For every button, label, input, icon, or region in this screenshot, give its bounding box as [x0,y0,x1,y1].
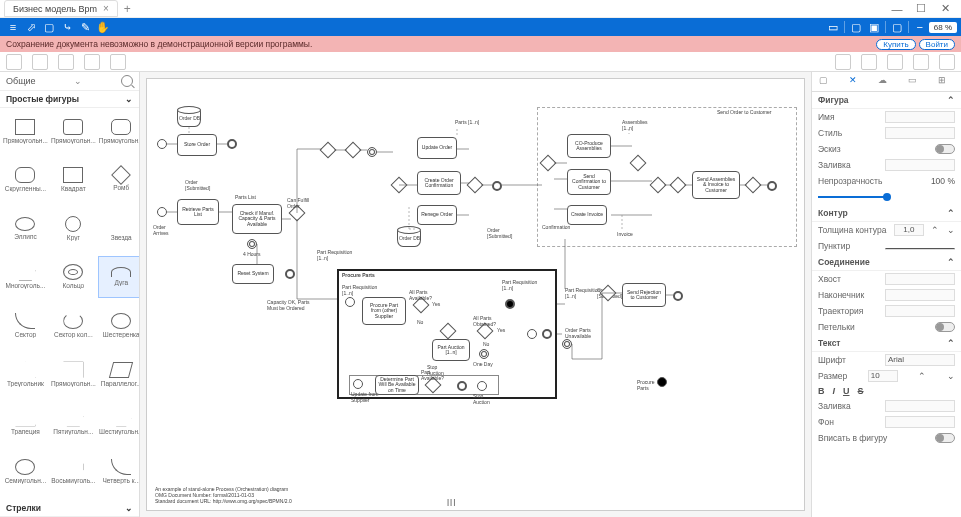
event-rej-end[interactable] [673,291,683,301]
new-tab-button[interactable]: + [124,2,131,16]
line-tool[interactable]: ⤷ [58,19,76,35]
pointer-tool[interactable]: ⬀ [22,19,40,35]
stepper-down-icon[interactable]: ⌄ [947,225,955,235]
chevron-icon[interactable]: ⌃ [947,338,955,348]
event-end-pool[interactable] [767,181,777,191]
event-sub-throw[interactable] [527,329,537,339]
shape-item[interactable]: Сектор кол... [50,305,97,347]
task-update[interactable]: Update Order [417,137,457,159]
chevron-down-icon[interactable]: ⌄ [74,76,82,86]
shape-item[interactable]: Прямоугольн... [98,110,139,152]
tool-comments-icon[interactable] [913,54,929,70]
close-tab-icon[interactable]: × [103,3,109,14]
tool-export-icon[interactable] [939,54,955,70]
event-order-arrives[interactable] [157,207,167,217]
stepper-up-icon[interactable]: ⌃ [918,371,926,381]
tab-shape-icon[interactable]: ▢ [819,75,835,89]
shape-item[interactable]: Эллипс [2,207,49,249]
event-boundary[interactable] [562,339,572,349]
shape-item[interactable]: Прямоугольн... [2,110,49,152]
shape-item[interactable]: Семиугольн... [2,450,49,492]
size-field[interactable]: 10 [868,370,898,382]
shape-item[interactable]: Шестеренка [98,305,139,347]
path-field[interactable] [885,305,955,317]
shape-item[interactable]: Трапеция [2,402,49,444]
shape-item[interactable]: Круг [50,207,97,249]
bold-button[interactable]: В [818,386,825,396]
tool-arrange-icon[interactable] [835,54,851,70]
stepper-down-icon[interactable]: ⌄ [947,371,955,381]
layout-1[interactable]: ▢ [847,19,865,35]
sketch-toggle[interactable] [935,144,955,154]
stepper-up-icon[interactable]: ⌃ [931,225,939,235]
task-create-conf[interactable]: Create Order Confirmation [417,171,461,195]
fit-toggle[interactable] [935,433,955,443]
tail-field[interactable] [885,273,955,285]
buy-button[interactable]: Купить [876,39,915,50]
event-timer-4h[interactable] [247,239,257,249]
signin-button[interactable]: Войти [919,39,955,50]
task-send-rej[interactable]: Send Rejection to Customer [622,283,666,307]
dash-field[interactable] [885,248,955,250]
task-part-auction[interactable]: Part Auction [1..n] [432,339,470,361]
gateway-merge-1[interactable] [320,142,337,159]
task-retrieve[interactable]: Retrieve Parts List [177,199,219,225]
shape-item[interactable]: Многоуголь... [2,256,49,298]
tab-grid-icon[interactable]: ⊞ [938,75,954,89]
fill-field[interactable] [885,159,955,171]
task-reset[interactable]: Reset System [232,264,274,284]
task-send-assm[interactable]: Send Assemblies & Invoice to Customer [692,171,740,199]
rect-tool[interactable]: ▢ [40,19,58,35]
event-end-2[interactable] [492,181,502,191]
shape-item[interactable]: Параллелог... [98,353,139,395]
category-simple-shapes[interactable]: Простые фигуры⌄ [0,91,139,108]
gateway-split-1[interactable] [345,142,362,159]
resize-handle-icon[interactable]: ||| [447,497,456,506]
tool-page-icon[interactable] [6,54,22,70]
event-procure-msg[interactable] [657,377,667,387]
shape-item[interactable]: Сектор [2,305,49,347]
tool-shapes-icon[interactable] [32,54,48,70]
task-check[interactable]: Check if Manuf. Capacity & Parts Availab… [232,204,282,234]
search-shapes-icon[interactable] [121,75,133,87]
task-send-conf[interactable]: Send Confirmation to Customer [567,169,611,195]
shape-item[interactable]: Квадрат [50,159,97,201]
event-start[interactable] [157,139,167,149]
window-maximize-button[interactable]: ☐ [909,2,933,15]
stroke-width-field[interactable]: 1,0 [894,224,924,236]
event-end-reset[interactable] [285,269,295,279]
task-determine[interactable]: Determine Part Will Be Available on Time [375,375,419,395]
name-field[interactable] [885,111,955,123]
document-tab[interactable]: Бизнес модель Bpm × [4,0,118,17]
window-close-button[interactable]: ✕ [933,2,957,15]
tool-search-icon[interactable] [84,54,100,70]
tab-cloud-icon[interactable]: ☁ [878,75,894,89]
tool-stencil-icon[interactable] [110,54,126,70]
event-sub-end-2[interactable] [542,329,552,339]
shape-item[interactable]: Восьмиуголь... [50,450,97,492]
chevron-icon[interactable]: ⌃ [947,208,955,218]
italic-button[interactable]: I [833,386,836,396]
shape-item[interactable]: Прямоугольн... [50,110,97,152]
pan-tool[interactable]: ✋ [94,19,112,35]
gateway-mid[interactable] [391,177,408,194]
opacity-slider[interactable] [818,196,888,198]
shape-item[interactable]: Шестиугольн... [98,402,139,444]
shape-item[interactable]: Прямоугольн... [50,353,97,395]
strike-button[interactable]: S [858,386,864,396]
menu-button[interactable]: ≡ [4,19,22,35]
window-minimize-button[interactable]: — [885,3,909,15]
shape-item[interactable]: Треугольник [2,353,49,395]
event-upd-sup[interactable] [353,379,363,389]
shape-item[interactable]: Кольцо [50,256,97,298]
shape-item[interactable]: Дуга [98,256,139,298]
preview-button[interactable]: ▢ [888,19,906,35]
zoom-level[interactable]: 68 % [929,22,957,33]
event-inner-end[interactable] [457,381,467,391]
gateway-merge-2[interactable] [467,177,484,194]
underline-button[interactable]: U [843,386,850,396]
chevron-icon[interactable]: ⌃ [947,95,955,105]
shape-item[interactable]: Пятиугольн... [50,402,97,444]
event-end-1[interactable] [227,139,237,149]
canvas-area[interactable]: Send Order to Customer Order DB Order DB… [140,72,811,517]
